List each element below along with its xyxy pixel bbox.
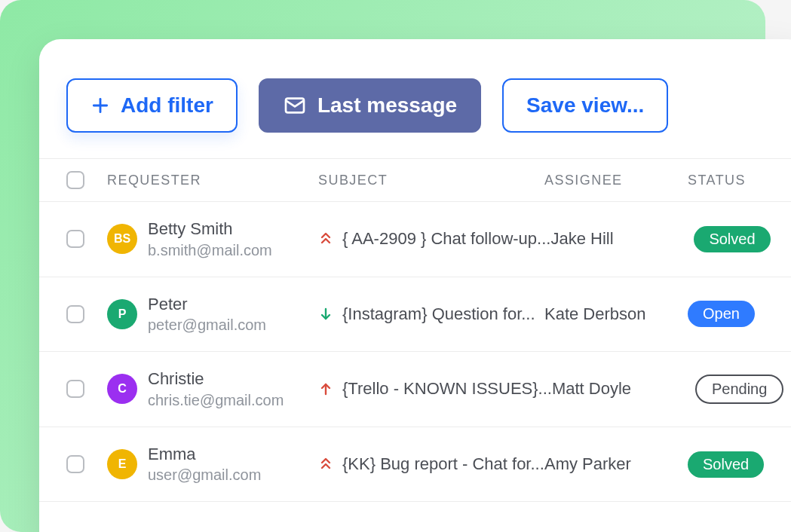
table-row[interactable]: BSBetty Smithb.smith@mail.com{ AA-2909 }… <box>39 202 791 277</box>
col-header-assignee[interactable]: Assignee <box>544 173 688 188</box>
status-badge: Open <box>688 301 755 327</box>
col-header-requester[interactable]: Requester <box>107 173 318 188</box>
row-checkbox[interactable] <box>66 305 84 323</box>
requester-email: chris.tie@gmail.com <box>148 390 284 410</box>
col-header-status[interactable]: Status <box>688 173 791 188</box>
priority-icon <box>318 231 333 246</box>
table-row[interactable]: EEmmauser@gmail.com{KK} Bug report - Cha… <box>39 427 791 503</box>
assignee-name: Amy Parker <box>544 454 631 473</box>
status-badge: Solved <box>688 451 764 478</box>
requester-email: peter@gmail.com <box>148 315 266 335</box>
toolbar: Add filter Last message Save view... <box>39 39 791 158</box>
save-view-button[interactable]: Save view... <box>502 78 668 133</box>
assignee-name: Kate Derbson <box>544 304 646 323</box>
requester-email: b.smith@mail.com <box>148 240 272 260</box>
assignee-name: Matt Doyle <box>552 379 631 398</box>
table-row[interactable]: CChristiechris.tie@gmail.com{Trello - KN… <box>39 352 791 427</box>
ticket-panel: Add filter Last message Save view... Req… <box>39 39 791 532</box>
priority-icon <box>318 457 333 472</box>
requester-name: Christie <box>148 368 284 390</box>
add-filter-button[interactable]: Add filter <box>66 78 238 133</box>
table-row[interactable]: PPeterpeter@gmail.com{Instagram} Questio… <box>39 277 791 353</box>
subject-text: { AA-2909 } Chat follow-up... <box>342 229 550 249</box>
assignee-name: Jake Hill <box>550 229 613 248</box>
ticket-list: BSBetty Smithb.smith@mail.com{ AA-2909 }… <box>39 202 791 502</box>
requester-name: Emma <box>148 444 261 466</box>
subject-text: {Trello - KNOWN ISSUES}... <box>342 379 552 399</box>
row-checkbox[interactable] <box>66 455 84 473</box>
status-badge: Solved <box>694 226 770 252</box>
select-all-checkbox[interactable] <box>66 171 84 189</box>
row-checkbox[interactable] <box>66 380 84 398</box>
col-header-subject[interactable]: Subject <box>318 173 544 188</box>
last-message-label: Last message <box>317 93 457 118</box>
save-view-label: Save view... <box>526 93 644 118</box>
priority-icon <box>318 307 333 322</box>
add-filter-label: Add filter <box>121 93 213 118</box>
status-badge: Pending <box>695 375 783 404</box>
avatar: C <box>107 374 137 404</box>
table-header: Requester Subject Assignee Status Last m… <box>39 158 791 202</box>
avatar: P <box>107 299 137 329</box>
requester-email: user@gmail.com <box>148 465 261 485</box>
requester-name: Betty Smith <box>148 219 272 240</box>
avatar: BS <box>107 224 137 254</box>
last-message-button[interactable]: Last message <box>259 78 481 133</box>
row-checkbox[interactable] <box>66 230 84 248</box>
mail-icon <box>283 93 307 118</box>
priority-icon <box>318 381 333 396</box>
avatar: E <box>107 449 137 479</box>
subject-text: {Instagram} Question for... <box>342 304 535 324</box>
plus-icon <box>90 96 110 115</box>
subject-text: {KK} Bug report - Chat for... <box>342 454 544 474</box>
requester-name: Peter <box>148 294 266 316</box>
